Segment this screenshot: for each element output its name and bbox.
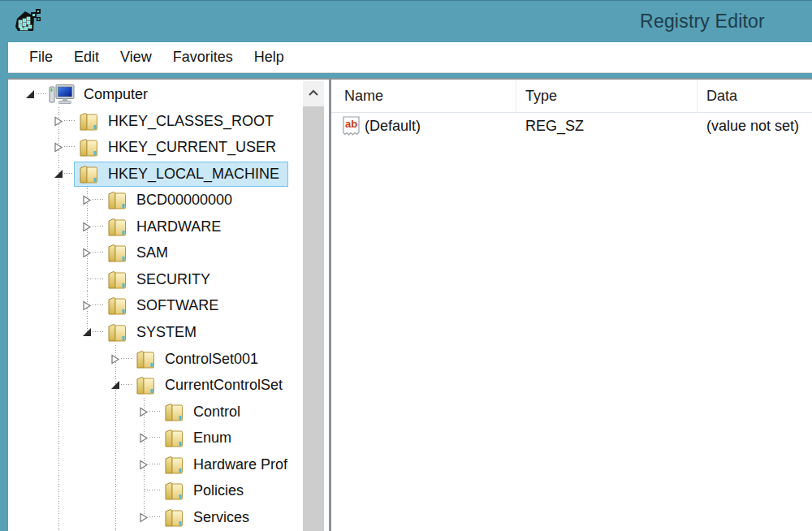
- tree-row-services[interactable]: Services: [8, 503, 301, 530]
- tree-row-hkey-local-machine[interactable]: HKEY_LOCAL_MACHINE: [8, 160, 301, 187]
- tree-node[interactable]: BCD00000000: [102, 188, 236, 213]
- tree-expander-open[interactable]: [54, 168, 64, 179]
- tree-node[interactable]: Services: [159, 505, 253, 530]
- column-header-type[interactable]: Type: [516, 80, 698, 112]
- tree-node-label: HKEY_CURRENT_USER: [108, 139, 276, 156]
- collapse-arrow-icon[interactable]: [54, 169, 64, 179]
- menu-item-help[interactable]: Help: [244, 42, 295, 72]
- value-row--default-[interactable]: ab (Default)REG_SZ(value not set): [331, 113, 812, 139]
- tree-row-enum[interactable]: Enum: [8, 424, 301, 451]
- tree-row-bcd00000000[interactable]: BCD00000000: [8, 186, 301, 213]
- tree-expander-closed[interactable]: [82, 194, 93, 205]
- expand-arrow-icon[interactable]: [139, 460, 149, 470]
- tree-node-label: Enum: [193, 430, 231, 447]
- folder-icon: [106, 216, 128, 238]
- collapse-arrow-icon[interactable]: [82, 327, 93, 338]
- expand-arrow-icon[interactable]: [82, 195, 93, 205]
- tree-node[interactable]: SYSTEM: [102, 320, 201, 345]
- value-name: (Default): [365, 118, 421, 135]
- tree-node[interactable]: Control: [159, 399, 244, 425]
- tree-node[interactable]: SOFTWARE: [102, 293, 222, 318]
- tree-expander-closed[interactable]: [82, 300, 93, 310]
- tree-node-selected[interactable]: HKEY_LOCAL_MACHINE: [74, 162, 288, 187]
- expand-arrow-icon[interactable]: [82, 248, 93, 258]
- tree-node[interactable]: HKEY_CLASSES_ROOT: [74, 109, 278, 134]
- tree-node[interactable]: HKEY_CURRENT_USER: [74, 135, 280, 160]
- expand-arrow-icon[interactable]: [139, 407, 149, 417]
- tree-row-hardware-prof[interactable]: Hardware Prof: [8, 451, 301, 477]
- folder-icon: [106, 242, 128, 264]
- value-name-cell[interactable]: ab (Default): [331, 115, 516, 137]
- tree-node[interactable]: SECURITY: [102, 267, 214, 292]
- scrollbar-thumb[interactable]: [303, 106, 324, 531]
- menu-item-file[interactable]: File: [19, 42, 63, 72]
- tree-row-controlset001[interactable]: ControlSet001: [8, 345, 301, 372]
- tree-expander-closed[interactable]: [139, 459, 149, 469]
- tree-row-software[interactable]: SOFTWARE: [8, 291, 301, 318]
- tree-node-label: ControlSet001: [165, 351, 258, 368]
- tree-node-label: HKEY_CLASSES_ROOT: [108, 113, 274, 130]
- tree-row-hardware[interactable]: HARDWARE: [8, 213, 301, 240]
- titlebar[interactable]: Registry Editor: [0, 0, 812, 43]
- tree-row-currentcontrolset[interactable]: CurrentControlSet: [8, 371, 301, 398]
- tree-node-label: Computer: [84, 86, 148, 103]
- tree-expander-closed[interactable]: [139, 432, 149, 442]
- value-list-panel: NameTypeData ab (Default)REG_SZ(value no…: [329, 78, 812, 531]
- tree-row-policies[interactable]: Policies: [8, 477, 301, 503]
- expand-arrow-icon[interactable]: [54, 116, 64, 127]
- tree-guide-line: [58, 291, 59, 318]
- tree-node[interactable]: SAM: [102, 240, 172, 266]
- tree-row-security[interactable]: SECURITY: [8, 266, 301, 292]
- expand-arrow-icon[interactable]: [139, 512, 149, 523]
- tree-expander-closed[interactable]: [54, 141, 64, 152]
- tree-expander-closed[interactable]: [82, 247, 93, 257]
- expand-arrow-icon[interactable]: [54, 142, 64, 153]
- tree-node[interactable]: HARDWARE: [102, 214, 225, 240]
- folder-icon: [162, 401, 185, 423]
- tree-expander-closed[interactable]: [82, 221, 93, 231]
- collapse-arrow-icon[interactable]: [110, 380, 121, 391]
- tree-guide-line: [58, 398, 59, 425]
- expand-arrow-icon[interactable]: [82, 300, 93, 311]
- expand-arrow-icon[interactable]: [82, 222, 93, 232]
- menu-item-favorites[interactable]: Favorites: [162, 42, 244, 72]
- tree-node[interactable]: Computer: [45, 82, 152, 107]
- registry-tree-panel: Computer HKEY_CLASSES_ROOT HKEY_CURRENT_…: [8, 78, 329, 531]
- tree-guide-line: [115, 424, 116, 451]
- column-header-name[interactable]: Name: [331, 80, 516, 112]
- tree-guide-line: [58, 477, 59, 503]
- expand-arrow-icon[interactable]: [139, 433, 149, 443]
- folder-icon: [162, 480, 185, 502]
- tree-row-system[interactable]: SYSTEM: [8, 318, 301, 345]
- tree-node[interactable]: Hardware Prof: [159, 452, 292, 477]
- tree-expander-closed[interactable]: [110, 353, 121, 364]
- expand-arrow-icon[interactable]: [110, 354, 121, 365]
- tree-expander-open[interactable]: [82, 326, 93, 337]
- tree-node-label: HARDWARE: [136, 218, 221, 235]
- folder-icon: [77, 136, 100, 158]
- tree-expander-closed[interactable]: [139, 512, 149, 522]
- tree-node[interactable]: ControlSet001: [131, 347, 262, 372]
- tree-scrollbar[interactable]: [303, 81, 324, 531]
- tree-node[interactable]: Policies: [159, 478, 248, 503]
- collapse-arrow-icon[interactable]: [25, 89, 36, 100]
- tree-expander-open[interactable]: [110, 379, 121, 390]
- tree-node[interactable]: CurrentControlSet: [131, 373, 287, 398]
- tree-expander-closed[interactable]: [54, 115, 64, 126]
- tree-row-computer[interactable]: Computer: [8, 80, 301, 107]
- column-header-data[interactable]: Data: [698, 80, 812, 112]
- tree-node[interactable]: Enum: [159, 425, 235, 451]
- tree-row-control[interactable]: Control: [8, 398, 301, 425]
- tree-guide-line: [58, 239, 59, 266]
- tree-expander-closed[interactable]: [139, 406, 149, 417]
- tree-row-sam[interactable]: SAM: [8, 239, 301, 266]
- folder-icon: [134, 374, 157, 396]
- tree-guide-line: [58, 213, 59, 240]
- scroll-up-button[interactable]: [303, 81, 324, 104]
- tree-guide-line: [58, 424, 59, 451]
- tree-expander-open[interactable]: [25, 88, 36, 99]
- tree-row-hkey-current-user[interactable]: HKEY_CURRENT_USER: [8, 133, 301, 160]
- menu-item-edit[interactable]: Edit: [63, 42, 110, 72]
- menu-item-view[interactable]: View: [110, 42, 162, 72]
- tree-row-hkey-classes-root[interactable]: HKEY_CLASSES_ROOT: [8, 107, 301, 134]
